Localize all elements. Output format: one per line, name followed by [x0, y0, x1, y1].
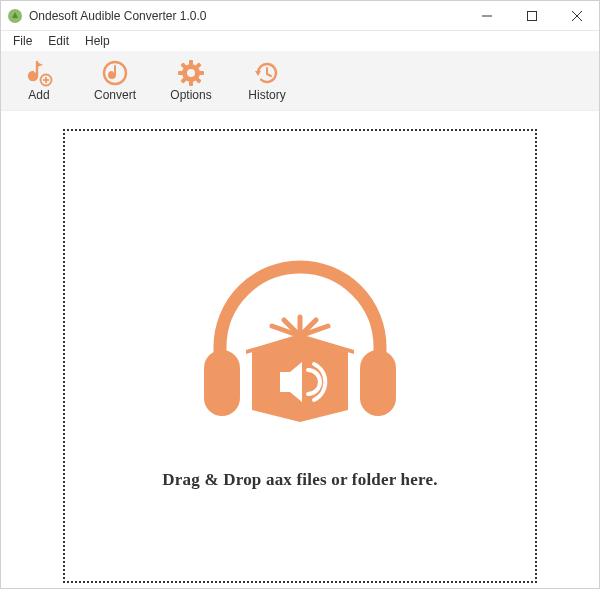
minimize-button[interactable] [464, 1, 509, 30]
svg-point-5 [29, 72, 37, 80]
options-button[interactable]: Options [163, 57, 219, 104]
history-button[interactable]: History [239, 57, 295, 104]
svg-rect-14 [178, 71, 183, 75]
svg-rect-24 [204, 350, 240, 416]
menu-file[interactable]: File [5, 32, 40, 50]
toolbar: Add Convert [1, 51, 599, 111]
svg-rect-2 [527, 11, 536, 20]
svg-rect-15 [199, 71, 204, 75]
close-button[interactable] [554, 1, 599, 30]
menu-edit[interactable]: Edit [40, 32, 77, 50]
titlebar: Ondesoft Audible Converter 1.0.0 [1, 1, 599, 31]
svg-rect-12 [189, 60, 193, 65]
maximize-button[interactable] [509, 1, 554, 30]
convert-icon [101, 59, 129, 87]
svg-rect-25 [360, 350, 396, 416]
add-icon [25, 59, 53, 87]
history-label: History [248, 88, 285, 102]
svg-rect-13 [189, 81, 193, 86]
app-window: Ondesoft Audible Converter 1.0.0 File Ed… [0, 0, 600, 589]
gear-icon [177, 59, 205, 87]
drop-message: Drag & Drop aax files or folder here. [162, 470, 437, 490]
app-icon [7, 8, 23, 24]
menubar: File Edit Help [1, 31, 599, 51]
svg-point-10 [109, 72, 115, 78]
window-controls [464, 1, 599, 30]
history-icon [253, 59, 281, 87]
svg-line-23 [267, 74, 271, 76]
svg-marker-21 [255, 71, 261, 76]
main-area: Drag & Drop aax files or folder here. [1, 111, 599, 588]
svg-point-20 [187, 69, 195, 77]
convert-label: Convert [94, 88, 136, 102]
drop-zone[interactable]: Drag & Drop aax files or folder here. [63, 129, 537, 583]
audiobook-headphones-icon [180, 222, 420, 462]
add-label: Add [28, 88, 49, 102]
window-title: Ondesoft Audible Converter 1.0.0 [29, 9, 206, 23]
convert-button[interactable]: Convert [87, 57, 143, 104]
options-label: Options [170, 88, 211, 102]
add-button[interactable]: Add [11, 57, 67, 104]
menu-help[interactable]: Help [77, 32, 118, 50]
